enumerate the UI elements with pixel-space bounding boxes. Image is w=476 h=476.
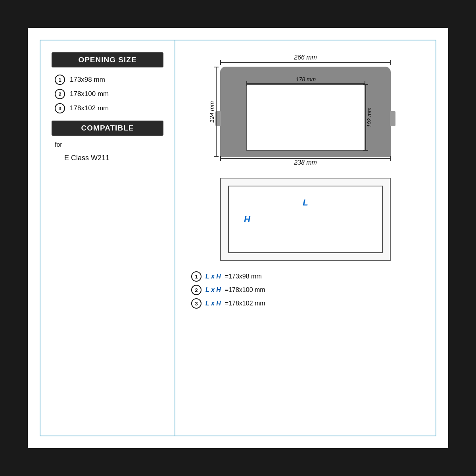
diagram-top: 266 mm 124 mm 178 mm <box>208 52 403 167</box>
size-item-3: 3 178x102 mm <box>55 103 163 113</box>
H-label: H <box>244 214 250 225</box>
dim-266: 266 mm <box>294 54 317 61</box>
circle-1: 1 <box>55 75 65 85</box>
frame-inner-rect <box>246 84 365 151</box>
lxh-item-1: 1 L x H =173x98 mm <box>191 271 424 282</box>
dim-top-area: 266 mm <box>220 54 391 63</box>
dim-178-top: 178 mm <box>296 76 316 83</box>
frame-tab-right <box>390 111 395 126</box>
dim-102: 102 mm <box>366 107 372 128</box>
car-model: E Class W211 <box>52 154 163 162</box>
size-item-2: 2 178x100 mm <box>55 89 163 99</box>
dim-inner-right-area: 102 mm <box>365 84 373 151</box>
dim-line-inner-top <box>246 83 365 84</box>
circle-2: 2 <box>55 89 65 99</box>
lxh-size-list: 1 L x H =173x98 mm 2 L x H =178x100 mm 3… <box>187 271 424 309</box>
size-item-1: 1 173x98 mm <box>55 75 163 85</box>
circle-3: 3 <box>55 103 65 113</box>
circle-b1: 1 <box>191 271 202 282</box>
compatible-section: COMPATIBLE for E Class W211 <box>52 121 163 162</box>
dim-line-bottom <box>220 158 391 159</box>
right-panel: 266 mm 124 mm 178 mm <box>175 40 436 436</box>
lxh-value-1: =173x98 mm <box>225 273 262 280</box>
lxh-value-2: =178x100 mm <box>225 286 265 294</box>
circle-b2: 2 <box>191 285 202 295</box>
circle-b3: 3 <box>191 298 202 309</box>
L-label: L <box>303 198 308 208</box>
size-value-2: 178x100 mm <box>70 90 109 98</box>
dim-line-top <box>220 62 391 63</box>
lxh-item-3: 3 L x H =178x102 mm <box>191 298 424 309</box>
dim-left-area: 124 mm <box>208 67 217 157</box>
lxh-item-2: 2 L x H =178x100 mm <box>191 285 424 295</box>
outer-card: OPENING SIZE 1 173x98 mm 2 178x100 mm 3 … <box>28 28 448 448</box>
inner-container: OPENING SIZE 1 173x98 mm 2 178x100 mm 3 … <box>40 40 436 436</box>
dim-124: 124 mm <box>208 101 215 123</box>
diagram-bottom: L H <box>220 178 391 261</box>
size-value-1: 173x98 mm <box>70 76 105 84</box>
lxh-value-3: =178x102 mm <box>225 300 265 307</box>
for-label: for <box>52 141 163 148</box>
left-panel: OPENING SIZE 1 173x98 mm 2 178x100 mm 3 … <box>40 40 175 436</box>
dim-line-left <box>216 67 217 157</box>
compatible-header: COMPATIBLE <box>52 121 163 136</box>
dim-bottom-area: 238 mm <box>220 158 391 167</box>
dim-238: 238 mm <box>294 159 317 166</box>
dim-inner-top-area: 178 mm <box>246 76 365 84</box>
opening-size-header: OPENING SIZE <box>52 52 163 67</box>
diagram-bottom-inner: L H <box>228 186 383 253</box>
size-value-3: 178x102 mm <box>70 104 109 112</box>
size-list: 1 173x98 mm 2 178x100 mm 3 178x102 mm <box>52 75 163 113</box>
